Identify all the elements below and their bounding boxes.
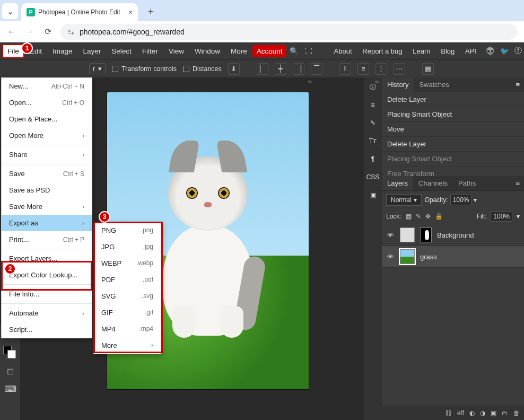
chevron-down-icon[interactable]: ▾ [517,213,520,220]
reload-button[interactable]: ⟳ [42,27,53,37]
layer-effects-icon[interactable]: eff [457,409,464,417]
twitter-icon[interactable]: 🐦 [500,47,509,55]
link-api[interactable]: API [465,47,476,55]
forward-button[interactable]: → [24,27,35,37]
image-panel-icon[interactable]: ▣ [366,189,379,202]
file-menu-item[interactable]: File Info... [2,286,92,302]
delete-layer-icon[interactable]: 🗑 [513,409,520,417]
align-right-icon[interactable]: ▕ [293,63,304,75]
css-panel-icon[interactable]: CSS [366,171,379,183]
paragraph-panel-icon[interactable]: ¶ [366,153,379,165]
brush-panel-icon[interactable]: ✎ [366,117,379,129]
menu-select[interactable]: Select [106,44,137,58]
menu-more[interactable]: More [225,44,252,58]
tab-channels[interactable]: Channels [413,176,453,190]
file-menu-item[interactable]: Share› [2,146,92,163]
menu-view[interactable]: View [163,44,189,58]
file-menu-item[interactable]: Automate› [2,305,92,321]
adjustment-layer-icon[interactable]: ◑ [480,409,485,417]
layer-row[interactable]: 👁 grass [382,246,524,268]
file-menu-item[interactable]: Print...Ctrl + P [2,231,92,248]
link-blog[interactable]: Blog [441,47,455,55]
export-submenu-item[interactable]: JPG.jpg [94,239,161,255]
menu-file[interactable]: File [2,44,24,58]
back-button[interactable]: ← [6,27,17,37]
tab-layers[interactable]: Layers [382,176,413,190]
visibility-icon[interactable]: 👁 [386,231,395,239]
menu-image[interactable]: Image [47,44,78,58]
fullscreen-icon[interactable]: ⛶ [305,47,312,55]
history-item[interactable]: Placing Smart Object [382,152,524,167]
export-submenu-item[interactable]: PNG.png [94,222,161,239]
menu-filter[interactable]: Filter [137,44,163,58]
align-left-icon[interactable]: ▏ [257,63,268,75]
reddit-icon[interactable]: 👽 [486,47,495,55]
align-center-h-icon[interactable]: ┿ [275,63,286,75]
layer-thumb[interactable] [400,249,415,264]
export-submenu-item[interactable]: PDF.pdf [94,272,161,288]
menu-layer[interactable]: Layer [78,44,107,58]
more-align-icon[interactable]: ⋯ [394,63,405,75]
transform-controls-checkbox[interactable]: Transform controls [112,65,177,73]
tab-swatches[interactable]: Swatches [414,77,454,92]
export-submenu-item[interactable]: GIF.gif [94,304,161,321]
chevron-down-icon[interactable]: ▾ [474,196,477,204]
history-item[interactable]: Delete Layer [382,92,524,107]
quickmask-icon[interactable]: ◻ [2,363,18,379]
history-item[interactable]: Delete Layer [382,137,524,152]
visibility-icon[interactable]: 👁 [386,253,395,261]
layer-mask-thumb[interactable] [420,228,432,242]
distribute-spacing-icon[interactable]: ⋮ [375,63,387,75]
export-submenu-item[interactable]: MP4.mp4 [94,321,161,337]
menu-account[interactable]: Account [252,45,287,57]
file-menu-item[interactable]: Open & Place... [2,111,92,127]
new-group-icon[interactable]: ▣ [491,409,496,417]
file-menu-item[interactable]: Save More› [2,198,92,215]
new-layer-icon[interactable]: 🗀 [502,409,508,417]
grid-icon[interactable]: ▦ [422,63,434,75]
layer-name[interactable]: Background [437,231,474,239]
add-mask-icon[interactable]: ◐ [469,409,475,417]
link-about[interactable]: About [334,47,352,55]
file-menu-item[interactable]: Script... [2,321,92,338]
close-icon[interactable]: × [128,8,133,16]
link-learn[interactable]: Learn [413,47,430,55]
search-icon[interactable]: 🔍 [290,47,299,55]
lock-position-icon[interactable]: ✥ [425,213,431,220]
export-submenu-item[interactable]: More› [94,337,161,354]
download-icon[interactable]: ⬇ [228,63,240,75]
tool-preset-select[interactable]: r ▾ [89,63,106,74]
browser-tab[interactable]: P Photopea | Online Photo Edit × [21,3,138,21]
link-layers-icon[interactable]: ⛓ [446,409,452,417]
panel-menu-icon[interactable]: ≡ [511,78,524,91]
distribute-v-icon[interactable]: ≡ [357,63,369,75]
site-info-icon[interactable]: ⇆ [68,28,74,36]
color-swatches-icon[interactable] [2,345,18,361]
facebook-icon[interactable]: ⓕ [514,46,522,56]
link-report-bug[interactable]: Report a bug [362,47,402,55]
tab-list-button[interactable]: ⌄ [2,3,18,19]
opacity-value[interactable]: 100% [450,195,472,205]
file-menu-item[interactable]: Save as PSD [2,182,92,198]
menu-window[interactable]: Window [189,44,225,58]
lock-pixels-icon[interactable]: ▦ [406,213,412,220]
layer-name[interactable]: grass [420,253,437,261]
lock-brush-icon[interactable]: ✎ [416,213,421,220]
history-item[interactable]: Free Transform [382,167,524,176]
panel-menu-icon[interactable]: ≡ [511,177,524,189]
layer-thumb[interactable] [400,228,415,242]
export-submenu-item[interactable]: WEBP.webp [94,255,161,272]
history-item[interactable]: Move [382,122,524,137]
file-menu-item[interactable]: Export as› [2,215,92,231]
character-panel-icon[interactable]: Tᴛ [366,135,379,147]
keyboard-icon[interactable]: ⌨ [2,381,18,397]
file-menu-item[interactable]: Export Layers... [2,250,92,267]
blend-mode-select[interactable]: Normal ▾ [386,194,422,206]
panel-collapse-arrows[interactable]: ‹‹‹‹ [308,78,379,84]
export-submenu-item[interactable]: SVG.svg [94,288,161,304]
tab-history[interactable]: History [382,77,414,92]
adjustments-panel-icon[interactable]: ≡ [366,99,379,111]
history-item[interactable]: Placing Smart Object [382,107,524,122]
fill-value[interactable]: 100% [491,211,512,222]
url-field[interactable]: ⇆ photopea.com/#goog_rewarded [60,24,518,40]
